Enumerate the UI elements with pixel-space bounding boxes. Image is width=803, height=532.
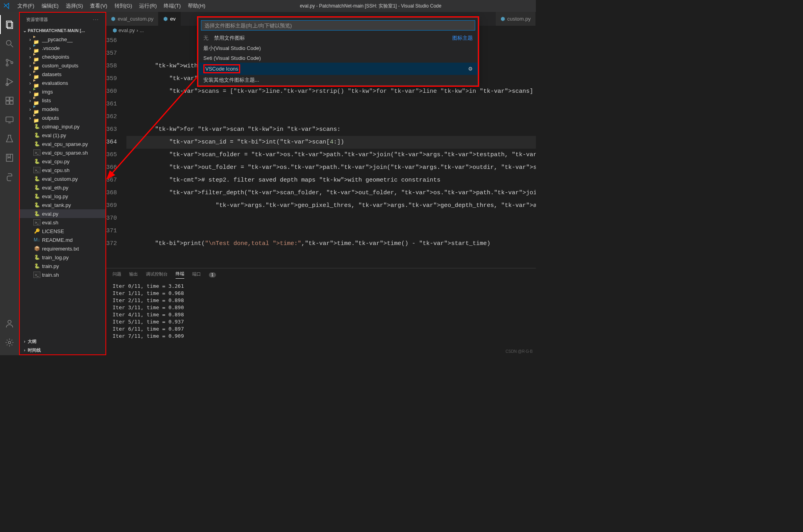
- folder-item[interactable]: ›▸📁datasets: [20, 70, 105, 78]
- file-label: README.md: [42, 237, 73, 243]
- remote-explorer-icon[interactable]: [0, 110, 19, 129]
- editor-tab[interactable]: ⬢ev: [159, 12, 181, 26]
- folder-item[interactable]: ›▸📁custom_outputs: [20, 61, 105, 70]
- project-root-label: PATCHMATCHNET-MAIN [...: [28, 28, 85, 33]
- quickpick-item[interactable]: Seti (Visual Studio Code): [199, 54, 478, 63]
- python-icon: ⬢: [113, 27, 117, 33]
- outline-label: 大纲: [28, 339, 36, 344]
- python-icon: 🐍: [33, 263, 40, 269]
- menu-item[interactable]: 选择(S): [63, 1, 86, 11]
- sidebar-title: 资源管理器: [26, 17, 48, 23]
- terminal-output[interactable]: Iter 0/11, time = 3.261 Iter 1/11, time …: [106, 281, 536, 355]
- panel-tabs: 问题输出调试控制台终端端口1: [106, 268, 536, 281]
- search-icon[interactable]: [0, 34, 19, 53]
- quickpick-item[interactable]: 最小(Visual Studio Code): [199, 43, 478, 54]
- quickpick-input[interactable]: [201, 20, 475, 31]
- panel-tab[interactable]: 输出: [129, 271, 138, 279]
- source-control-icon[interactable]: [0, 53, 19, 72]
- activitybar: [0, 12, 19, 355]
- watermark: CSDN @R·G·B: [506, 349, 533, 354]
- file-item[interactable]: 🐍eval_cpu_sparse.py: [20, 140, 105, 148]
- file-item[interactable]: >_eval.sh: [20, 218, 105, 227]
- file-item[interactable]: 🐍eval_log.py: [20, 192, 105, 201]
- file-label: train.sh: [42, 272, 59, 278]
- chevron-right-icon: ›: [21, 348, 28, 352]
- panel-tab[interactable]: 端口: [192, 271, 201, 279]
- file-item[interactable]: 🐍eval (1).py: [20, 131, 105, 140]
- testing-icon[interactable]: [0, 129, 19, 148]
- folder-label: .vscode: [42, 45, 60, 51]
- run-debug-icon[interactable]: [0, 72, 19, 91]
- quickpick-item[interactable]: 安装其他文件图标主题...: [199, 75, 478, 85]
- file-item[interactable]: 🐍colmap_input.py: [20, 122, 105, 131]
- file-item[interactable]: 📦requirements.txt: [20, 244, 105, 253]
- file-item[interactable]: >_eval_cpu_sparse.sh: [20, 148, 105, 157]
- folder-icon: ▸📁: [33, 97, 40, 103]
- extensions-icon[interactable]: [0, 91, 19, 110]
- file-item[interactable]: M↓README.md: [20, 235, 105, 244]
- menu-item[interactable]: 查看(V): [87, 1, 110, 11]
- folder-item[interactable]: ›▸📁evaluations: [20, 78, 105, 87]
- folder-item[interactable]: ›▸📁__pycache__: [20, 35, 105, 44]
- tab-label: eval_custom.py: [118, 16, 153, 22]
- chevron-right-icon: ›: [27, 45, 33, 51]
- file-item[interactable]: 🐍eval_cpu.py: [20, 157, 105, 166]
- file-label: eval_cpu.sh: [42, 167, 69, 173]
- chevron-right-icon: ›: [27, 71, 33, 77]
- file-item[interactable]: >_train.sh: [20, 270, 105, 279]
- file-item[interactable]: 🐍eval_tank.py: [20, 201, 105, 209]
- quickpick-item[interactable]: VSCode Icons⚙: [199, 63, 478, 75]
- file-item[interactable]: 🐍eval_eth.py: [20, 183, 105, 192]
- explorer-tree[interactable]: ⌄ PATCHMATCHNET-MAIN [... ›▸📁__pycache__…: [20, 26, 105, 337]
- python-env-icon[interactable]: [0, 167, 19, 186]
- file-item[interactable]: 🐍eval.py: [20, 209, 105, 218]
- panel-tab[interactable]: 问题: [113, 271, 121, 279]
- tab-label: ev: [170, 16, 176, 22]
- quickpick-item-label: 最小(Visual Studio Code): [203, 45, 261, 52]
- menu-item[interactable]: 帮助(H): [185, 1, 208, 11]
- chevron-right-icon: ›: [27, 80, 33, 86]
- folder-item[interactable]: ›▸📁lists: [20, 96, 105, 105]
- timeline-section[interactable]: › 时间线: [20, 346, 105, 354]
- explorer-icon[interactable]: [0, 15, 19, 34]
- file-item[interactable]: 🐍eval_custom.py: [20, 174, 105, 183]
- file-label: eval_log.py: [42, 193, 68, 199]
- outline-section[interactable]: › 大纲: [20, 337, 105, 346]
- folder-item[interactable]: ›▸📁.vscode: [20, 44, 105, 52]
- menu-item[interactable]: 运行(R): [136, 1, 160, 11]
- menu-item[interactable]: 终端(T): [161, 1, 184, 11]
- folder-label: lists: [42, 98, 51, 103]
- folder-item[interactable]: ›▸📁imgs: [20, 87, 105, 96]
- menu-item[interactable]: 转到(G): [111, 1, 136, 11]
- quickpick-list: 最小(Visual Studio Code)Seti (Visual Studi…: [199, 43, 478, 85]
- folder-item[interactable]: ›▸📁checkpoints: [20, 52, 105, 61]
- quickpick-item-label: Seti (Visual Studio Code): [203, 55, 261, 61]
- panel-tab[interactable]: 调试控制台: [146, 271, 168, 279]
- file-item[interactable]: 🐍train.py: [20, 262, 105, 270]
- editor-tab[interactable]: ⬢custom.py: [496, 12, 536, 26]
- file-item[interactable]: 🐍train_log.py: [20, 253, 105, 262]
- sidebar-more-icon[interactable]: ···: [93, 17, 99, 22]
- file-item[interactable]: >_eval_cpu.sh: [20, 166, 105, 174]
- menu-item[interactable]: 编辑(E): [38, 1, 62, 11]
- bookmark-icon[interactable]: [0, 148, 19, 167]
- settings-gear-icon[interactable]: [0, 333, 19, 352]
- menu-item[interactable]: 文件(F): [14, 1, 38, 11]
- folder-item[interactable]: ›▸📁outputs: [20, 113, 105, 122]
- project-root[interactable]: ⌄ PATCHMATCHNET-MAIN [...: [20, 26, 105, 35]
- python-icon: ⬢: [501, 16, 505, 22]
- folder-item[interactable]: ›▸📁models: [20, 105, 105, 113]
- svg-rect-11: [6, 117, 13, 122]
- file-label: train.py: [42, 263, 59, 269]
- accounts-icon[interactable]: [0, 314, 19, 333]
- file-label: eval_cpu_sparse.py: [42, 141, 88, 147]
- sidebar-header: 资源管理器 ···: [20, 13, 105, 26]
- port-count-badge: 1: [209, 272, 216, 277]
- editor-tab[interactable]: ⬢eval_custom.py: [106, 12, 159, 26]
- quickpick-icon-theme: 无 禁用文件图标 图标主题 最小(Visual Studio Code)Seti…: [198, 17, 478, 86]
- panel-tab[interactable]: 终端: [176, 271, 184, 279]
- file-item[interactable]: 🔑LICENSE: [20, 227, 105, 235]
- quickpick-disable-label[interactable]: 禁用文件图标: [214, 35, 245, 41]
- file-label: eval_custom.py: [42, 176, 78, 182]
- gear-icon[interactable]: ⚙: [468, 66, 473, 72]
